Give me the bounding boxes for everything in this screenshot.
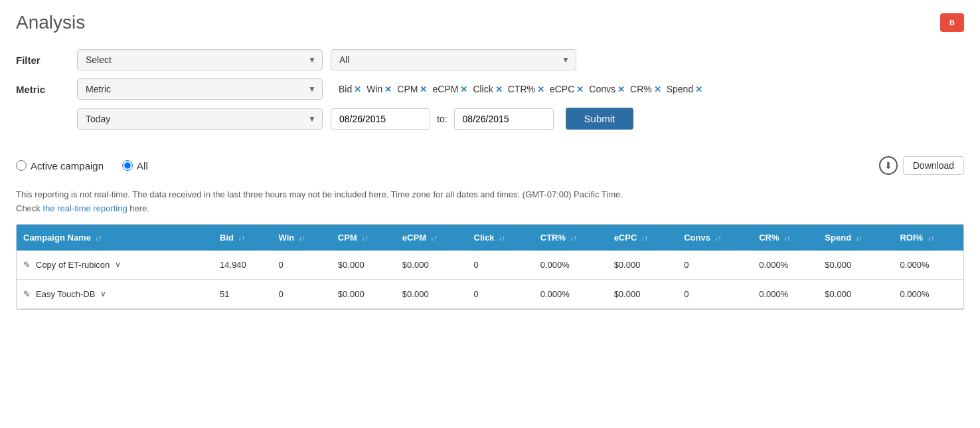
- radio-active-input[interactable]: [16, 160, 27, 171]
- metric-tag-ecpc: eCPC ✕: [550, 84, 584, 94]
- real-time-reporting-link[interactable]: the real-time reporting: [42, 203, 127, 213]
- metric-tag-convs-remove[interactable]: ✕: [617, 84, 625, 94]
- date-row: Today ▼ to: Submit: [16, 108, 964, 130]
- th-spend[interactable]: Spend ↓↑: [818, 225, 893, 251]
- th-convs-sort[interactable]: ↓↑: [715, 235, 722, 242]
- th-ecpc[interactable]: eCPC ↓↑: [608, 225, 678, 251]
- download-circle-icon[interactable]: ⬇: [879, 156, 898, 175]
- metric-tag-click-remove[interactable]: ✕: [495, 84, 503, 94]
- filter-all-select[interactable]: All: [331, 49, 576, 70]
- th-click-label: Click: [474, 233, 495, 243]
- th-spend-sort[interactable]: ↓↑: [856, 235, 862, 242]
- metric-tag-win: Win ✕: [367, 84, 392, 94]
- metric-tag-win-remove[interactable]: ✕: [384, 84, 392, 94]
- submit-button[interactable]: Submit: [566, 108, 634, 130]
- date-to-input[interactable]: [454, 108, 554, 130]
- th-win[interactable]: Win ↓↑: [272, 225, 331, 251]
- radio-all-input[interactable]: [122, 160, 133, 171]
- edit-icon-2[interactable]: ✎: [23, 289, 31, 299]
- date-inputs: to: Submit: [331, 108, 633, 130]
- campaign-name-cell-1: ✎ Copy of ET-rubicon ∨: [23, 260, 206, 270]
- expand-arrow-1[interactable]: ∨: [115, 260, 121, 269]
- td-win-2: 0: [272, 279, 331, 308]
- th-ctr-sort[interactable]: ↓↑: [570, 235, 577, 242]
- metric-label: Metric: [16, 84, 69, 95]
- th-cr-sort[interactable]: ↓↑: [783, 235, 790, 242]
- metric-tag-click-label: Click: [473, 84, 493, 94]
- metric-tag-spend-remove[interactable]: ✕: [695, 84, 702, 94]
- date-from-input[interactable]: [331, 108, 430, 130]
- table-container: Campaign Name ↓↑ Bid ↓↑ Win ↓↑ CPM ↓↑ eC…: [16, 224, 964, 310]
- metric-tag-ecpm-label: eCPM: [432, 84, 458, 94]
- metric-tag-ecpm-remove[interactable]: ✕: [460, 84, 467, 94]
- th-roi[interactable]: ROI% ↓↑: [893, 225, 963, 251]
- metric-tag-cpm-label: CPM: [397, 84, 418, 94]
- th-win-sort[interactable]: ↓↑: [299, 235, 305, 242]
- th-convs[interactable]: Convs ↓↑: [677, 225, 752, 251]
- th-bid-sort[interactable]: ↓↑: [238, 235, 245, 242]
- th-cpm-sort[interactable]: ↓↑: [361, 235, 368, 242]
- th-ctr-label: CTR%: [540, 233, 566, 243]
- th-convs-label: Convs: [684, 233, 710, 243]
- metric-select-wrapper: Metric ▼: [77, 78, 323, 100]
- metric-tag-ctr-label: CTR%: [508, 84, 535, 94]
- th-ecpm-sort[interactable]: ↓↑: [431, 235, 438, 242]
- metric-tag-ecpc-remove[interactable]: ✕: [576, 84, 584, 94]
- metric-tag-ctr-remove[interactable]: ✕: [537, 84, 544, 94]
- expand-arrow-2[interactable]: ∨: [100, 289, 106, 298]
- edit-icon-1[interactable]: ✎: [23, 260, 31, 270]
- td-cpm-1: $0.000: [331, 251, 396, 280]
- th-click-sort[interactable]: ↓↑: [499, 235, 505, 242]
- td-click-2: 0: [467, 279, 534, 308]
- th-roi-sort[interactable]: ↓↑: [928, 235, 934, 242]
- metric-tag-cr-remove[interactable]: ✕: [654, 84, 661, 94]
- td-cpm-2: $0.000: [331, 279, 396, 308]
- metric-tag-convs: Convs ✕: [589, 84, 625, 94]
- th-bid[interactable]: Bid ↓↑: [213, 225, 272, 251]
- td-ctr-2: 0.000%: [534, 279, 608, 308]
- td-roi-1: 0.000%: [893, 251, 963, 280]
- td-campaign-name-2: ✎ Easy Touch-DB ∨: [17, 279, 213, 308]
- td-roi-2: 0.000%: [893, 279, 963, 308]
- td-ecpc-2: $0.000: [608, 279, 678, 308]
- campaign-filter-row: Active campaign All ⬇ Download: [0, 148, 980, 183]
- th-cr[interactable]: CR% ↓↑: [752, 225, 818, 251]
- date-to-separator: to:: [437, 114, 448, 124]
- th-campaign-name[interactable]: Campaign Name ↓↑: [17, 225, 213, 251]
- th-ecpm-label: eCPM: [402, 233, 426, 243]
- th-ctr[interactable]: CTR% ↓↑: [534, 225, 608, 251]
- radio-active-campaign[interactable]: Active campaign: [16, 160, 104, 171]
- period-select[interactable]: Today: [77, 108, 323, 130]
- metric-tag-cpm: CPM ✕: [397, 84, 427, 94]
- td-spend-1: $0.000: [818, 251, 893, 280]
- radio-all-campaign[interactable]: All: [122, 160, 148, 171]
- table-body: ✎ Copy of ET-rubicon ∨ 14,940 0 $0.000 $…: [17, 251, 963, 309]
- table-row: ✎ Copy of ET-rubicon ∨ 14,940 0 $0.000 $…: [17, 251, 963, 280]
- download-button[interactable]: Download: [903, 156, 964, 175]
- td-ecpc-1: $0.000: [608, 251, 678, 280]
- filter-section: Filter Select ▼ All ▼ Metric Metric ▼ Bi…: [0, 39, 980, 148]
- td-click-1: 0: [467, 251, 534, 280]
- radio-active-label: Active campaign: [31, 160, 104, 171]
- td-convs-2: 0: [677, 279, 752, 308]
- filter-select[interactable]: Select: [77, 49, 323, 70]
- metric-tag-cpm-remove[interactable]: ✕: [420, 84, 427, 94]
- td-spend-2: $0.000: [818, 279, 893, 308]
- table-row: ✎ Easy Touch-DB ∨ 51 0 $0.000 $0.000 0 0…: [17, 279, 963, 308]
- th-ecpc-sort[interactable]: ↓↑: [641, 235, 648, 242]
- th-click[interactable]: Click ↓↑: [467, 225, 534, 251]
- th-cpm[interactable]: CPM ↓↑: [331, 225, 396, 251]
- metric-tag-bid-remove[interactable]: ✕: [354, 84, 361, 94]
- metric-tag-spend: Spend ✕: [667, 84, 702, 94]
- logo-icon: B: [940, 13, 964, 32]
- metric-tag-ecpc-label: eCPC: [550, 84, 574, 94]
- th-ecpm[interactable]: eCPM ↓↑: [396, 225, 467, 251]
- table-header-row: Campaign Name ↓↑ Bid ↓↑ Win ↓↑ CPM ↓↑ eC…: [17, 225, 963, 251]
- td-campaign-name-1: ✎ Copy of ET-rubicon ∨: [17, 251, 213, 280]
- th-win-label: Win: [279, 233, 295, 243]
- td-ctr-1: 0.000%: [534, 251, 608, 280]
- th-spend-label: Spend: [825, 233, 851, 243]
- page-title: Analysis: [16, 12, 85, 33]
- metric-select[interactable]: Metric: [77, 78, 323, 100]
- th-campaign-sort[interactable]: ↓↑: [96, 235, 102, 242]
